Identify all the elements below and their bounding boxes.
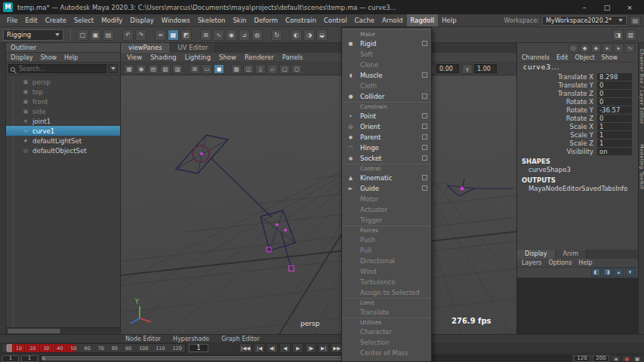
attribute-name[interactable]: Translate X	[517, 73, 597, 81]
output-node-name[interactable]: MayaNodeEditorSavedTabsInfo	[517, 185, 638, 193]
option-box[interactable]	[422, 124, 427, 129]
ragdoll-menu-item[interactable]: Cloth	[342, 81, 431, 91]
ipr-render-icon[interactable]: ◑	[304, 29, 315, 41]
menubar-item[interactable]: Control	[320, 14, 351, 26]
close-button[interactable]: ×	[618, 0, 641, 14]
animation-end-field[interactable]: 200	[593, 355, 609, 362]
select-camera-icon[interactable]: ▦	[124, 64, 134, 74]
channel-box-menu-item[interactable]: Channels	[522, 54, 550, 61]
play-backwards-button[interactable]: ◀	[279, 343, 291, 353]
attribute-name[interactable]: Rotate X	[517, 98, 597, 106]
step-forward-key-button[interactable]: |▶	[305, 343, 316, 353]
wireframe-icon[interactable]: ▭	[202, 64, 212, 74]
gamma-field[interactable]: 1.00	[474, 64, 497, 73]
menubar-item[interactable]: Arnold	[378, 14, 407, 26]
sidebar-toggle-icon[interactable]: ◨	[612, 29, 624, 41]
ragdoll-menu-item[interactable]: Make	[342, 29, 431, 38]
option-box[interactable]	[422, 94, 427, 99]
speed-slow-icon[interactable]: ▸	[602, 44, 612, 53]
ragdoll-menu-item[interactable]: Push	[342, 235, 431, 245]
scrollbar-thumb[interactable]	[8, 329, 60, 333]
anti-alias-icon[interactable]: ◻	[291, 64, 302, 74]
open-scene-icon[interactable]: ▣	[90, 29, 101, 41]
outliner-item[interactable]: ▣ front	[6, 97, 120, 106]
layer-editor-menu-item[interactable]: Layers	[522, 259, 541, 266]
outliner-item[interactable]: ▣ side	[6, 106, 120, 116]
select-object-icon[interactable]: ▦	[168, 29, 179, 41]
viewport-menu-item[interactable]: Show	[219, 54, 236, 61]
playback-options-icon[interactable]: ◈	[612, 355, 621, 362]
layer-editor-tab[interactable]: Display	[517, 250, 556, 259]
ragdoll-menu-item[interactable]: Trigger	[342, 215, 431, 225]
anim-preferences-icon[interactable]: ▦	[633, 355, 642, 362]
option-box[interactable]	[422, 72, 427, 78]
menubar-item[interactable]: Skeleton	[194, 14, 230, 26]
menubar-item[interactable]: Skin	[229, 14, 250, 26]
ragdoll-menu-item[interactable]: ► Guide	[342, 183, 431, 194]
ragdoll-menu-item[interactable]: Forces	[342, 225, 431, 235]
lighting-icon[interactable]: ◫	[243, 64, 254, 74]
connector-curve[interactable]	[211, 158, 272, 217]
playback-end-field[interactable]: 120	[574, 355, 590, 362]
camera-attributes-icon[interactable]: ▤	[148, 64, 159, 74]
new-layer-from-selected-icon[interactable]: ◨	[602, 268, 612, 277]
ragdoll-menu-item[interactable]: Selection	[342, 337, 431, 348]
shadows-icon[interactable]: ▯	[255, 64, 266, 74]
snap-point-icon[interactable]: ◉	[226, 29, 237, 41]
ragdoll-menu-item[interactable]: Character	[342, 327, 431, 337]
ragdoll-menu-item[interactable]: Limit	[342, 298, 431, 307]
make-live-icon[interactable]: ◍	[251, 29, 263, 41]
attribute-name[interactable]: Rotate Y	[517, 106, 597, 114]
render-settings-icon[interactable]: ◒	[316, 29, 328, 41]
animation-start-field[interactable]: 1	[2, 355, 19, 362]
menubar-item[interactable]: Ragdoll	[407, 14, 439, 26]
bottom-panel-tab[interactable]: Graph Editor	[221, 336, 260, 342]
attribute-value-field[interactable]: 8.298	[597, 73, 632, 81]
ragdoll-menu-item[interactable]: ◖ Muscle	[342, 70, 431, 81]
option-box[interactable]	[422, 41, 427, 46]
menubar-item[interactable]: Modify	[97, 14, 126, 26]
ragdoll-menu-item[interactable]: Wind	[342, 266, 431, 277]
outliner-item[interactable]: ▣ top	[6, 87, 120, 97]
viewport-menu-item[interactable]: Panels	[282, 54, 303, 61]
outliner-item[interactable]: ▣ persp	[6, 77, 120, 87]
ragdoll-menu-item[interactable]: ● Collider	[342, 91, 431, 102]
outliner-menu-item[interactable]: Help	[64, 54, 78, 61]
motion-blur-icon[interactable]: □	[279, 64, 290, 74]
ragdoll-menu-item[interactable]: ◆ Parent	[342, 132, 431, 143]
layer-editor-tab[interactable]: Anim	[556, 250, 587, 259]
range-slider-thumb[interactable]	[42, 356, 359, 360]
range-slider-track[interactable]	[40, 355, 572, 361]
ragdoll-menu-item[interactable]: ∙ Point	[342, 111, 431, 121]
attribute-value-field[interactable]: 1	[597, 131, 632, 139]
viewport-tab[interactable]: viewPanes	[121, 43, 171, 53]
outliner-item[interactable]: ☀ defaultLightSet	[6, 136, 120, 146]
attribute-value-field[interactable]: 1	[597, 123, 632, 130]
ragdoll-menu-item[interactable]: ◼ Rigid	[342, 38, 431, 49]
ragdoll-menu-item[interactable]: Utilities	[342, 318, 431, 327]
attribute-value-field[interactable]: -36.57	[597, 106, 632, 114]
ragdoll-menu-item[interactable]: Control	[342, 164, 431, 173]
step-back-key-button[interactable]: ◀|	[267, 343, 278, 353]
play-forward-button[interactable]: ▶	[292, 343, 304, 353]
bottom-panel-tab[interactable]: Hypershade	[173, 336, 209, 342]
move-layer-up-icon[interactable]: ▴	[614, 268, 624, 277]
channelbox-toggle-icon[interactable]: ▥	[625, 29, 636, 41]
exposure-field[interactable]: 0.00	[436, 64, 459, 73]
attribute-name[interactable]: Visibility	[517, 148, 597, 155]
layer-editor-menu-item[interactable]: Options	[548, 259, 572, 266]
filter-dropdown-icon[interactable]	[108, 64, 118, 73]
undo-icon[interactable]: ↶	[122, 29, 134, 41]
dock-tab[interactable]: Modeling Toolkit	[639, 144, 644, 189]
ragdoll-menu-item[interactable]: Constrain	[342, 102, 431, 111]
menubar-item[interactable]: Cache	[351, 14, 378, 26]
ragdoll-menu-item[interactable]: Translate	[342, 307, 431, 318]
outliner-item[interactable]: ◇ defaultObjectSet	[6, 146, 120, 155]
ragdoll-menu-item[interactable]: Pull	[342, 245, 431, 256]
attribute-name[interactable]: Translate Z	[517, 90, 597, 97]
outliner-horizontal-scrollbar[interactable]	[6, 327, 120, 334]
ragdoll-menu-item[interactable]: Turbulence	[342, 277, 431, 287]
viewport-menu-item[interactable]: Lighting	[185, 54, 211, 61]
attribute-value-field[interactable]: 0	[597, 115, 632, 122]
attribute-name[interactable]: Scale X	[517, 123, 597, 130]
